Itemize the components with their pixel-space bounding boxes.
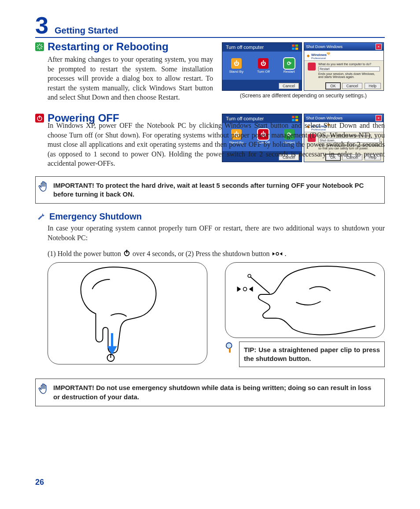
- emergency-steps: (1) Hold the power button over 4 seconds…: [35, 249, 385, 260]
- dialog-select: Restart: [318, 67, 380, 71]
- xp-turnoff-title: Turn off computer: [226, 45, 264, 50]
- windows-flag-icon: [292, 45, 298, 50]
- poweroff-icon: [35, 114, 44, 123]
- emergency-heading: Emergency Shutdown: [49, 212, 142, 222]
- illustration-hold-power: [48, 262, 207, 364]
- emergency-body: In case your operating system cannot pro…: [35, 223, 385, 242]
- close-icon: ×: [376, 115, 382, 121]
- dialog-desc: Ends your session, shuts down Windows, a…: [318, 72, 380, 78]
- windows-flag-icon: [292, 116, 298, 121]
- ok-button: OK: [326, 83, 340, 89]
- xp-shutdown-dialog: Shut Down Windows× ◆WindowsxpProfessiona…: [304, 42, 384, 91]
- svg-point-6: [276, 253, 279, 255]
- turnoff-label: Turn Off: [257, 70, 270, 74]
- important-note-hdd: IMPORTANT! To protect the hard drive, wa…: [35, 176, 385, 204]
- cancel-button: Cancel: [279, 83, 299, 89]
- restart-heading: Restarting or Rebooting: [48, 41, 169, 53]
- restart-icon: [35, 42, 44, 51]
- standby-label: Stand By: [229, 70, 243, 74]
- illustration-paperclip: [225, 262, 385, 338]
- chapter-title: Getting Started: [55, 26, 118, 36]
- tip-text: TIP: Use a straightened paper clip to pr…: [239, 342, 385, 368]
- restart-label: Restart: [284, 70, 295, 74]
- important-hdd-text: IMPORTANT! To protect the hard drive, wa…: [53, 182, 364, 198]
- restart-body: After making changes to your operating s…: [35, 55, 213, 102]
- shutdown-icon: [308, 63, 316, 71]
- xp-turnoff-panel: Turn off computer ⏻Stand By ⏻Turn Off ⟳R…: [222, 42, 302, 91]
- help-button: Help: [365, 83, 381, 89]
- hand-stop-icon: [38, 383, 50, 399]
- cancel-button-2: Cancel: [342, 83, 362, 89]
- screens-caption: (Screens are different depending on secu…: [222, 93, 385, 99]
- important-note-data: IMPORTANT! Do not use emergency shutdown…: [35, 379, 385, 406]
- svg-line-11: [251, 277, 270, 294]
- svg-point-12: [243, 287, 247, 291]
- svg-rect-14: [229, 348, 231, 353]
- dialog-question: What do you want the computer to do?: [318, 63, 380, 66]
- chapter-number: 3: [35, 13, 48, 37]
- close-icon: ×: [376, 44, 382, 50]
- shutdown-button-icon: [272, 249, 283, 259]
- chapter-header: 3 Getting Started: [35, 13, 385, 38]
- restart-screenshots: Turn off computer ⏻Stand By ⏻Turn Off ⟳R…: [222, 42, 385, 91]
- power-icon: [123, 249, 131, 260]
- tip-box: TIP: Use a straightened paper clip to pr…: [225, 342, 385, 368]
- svg-point-13: [226, 343, 232, 349]
- hand-stop-icon: [38, 180, 50, 197]
- magnifier-icon: [225, 342, 235, 356]
- page-number: 26: [35, 478, 44, 487]
- wrench-icon: [37, 212, 46, 221]
- brand: Windows: [311, 53, 327, 57]
- dialog-title: Shut Down Windows: [306, 45, 343, 49]
- important-data-text: IMPORTANT! Do not use emergency shutdown…: [53, 384, 371, 400]
